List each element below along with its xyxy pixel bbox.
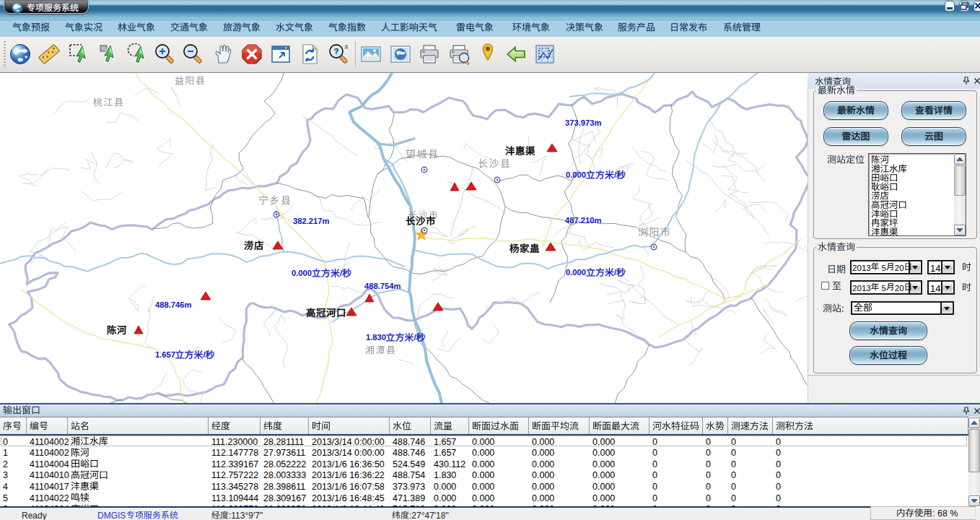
svg-text:±: ± xyxy=(345,43,349,50)
svg-text:?: ? xyxy=(334,47,339,56)
